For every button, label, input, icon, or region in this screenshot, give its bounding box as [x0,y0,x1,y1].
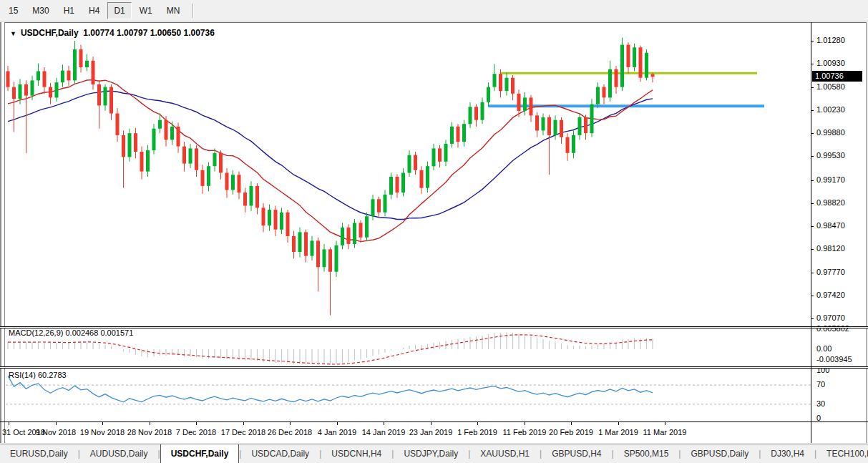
price-tick-label: 0.98120 [816,244,845,253]
timeframe-toolbar: 15M30H1H4D1W1MN [0,0,868,21]
time-tick-label: 7 Dec 2018 [176,428,216,437]
price-tick-label: 0.97770 [816,268,845,276]
time-tick-label: 23 Jan 2019 [409,428,453,437]
timeframe-button-15[interactable]: 15 [2,2,24,19]
chart-tab-usdjpy-daily[interactable]: USDJPY,Daily [394,445,468,463]
price-tick-label: 0.97420 [816,291,845,299]
price-tick-label: 0.97070 [816,313,845,322]
chart-dropdown-icon[interactable]: ▼ [10,30,16,37]
price-tick-label: 1.00580 [816,82,845,91]
chart-title: ▼USDCHF,Daily 1.00774 1.00797 1.00650 1.… [10,28,215,38]
chart-symbol-label: USDCHF,Daily [21,28,79,38]
time-tick [665,422,665,425]
chart-tab-xauusd-h1[interactable]: XAUUSD,H1 [470,445,540,463]
timeframe-button-h4[interactable]: H4 [82,2,106,19]
timeframe-button-mn[interactable]: MN [160,2,187,19]
tab-list: EURUSD,Daily|AUDUSD,Daily|USDCHF,Daily|U… [0,445,868,463]
rsi-axis-label: 30 [816,399,825,408]
time-tick-label: 1 Mar 2019 [598,428,638,437]
chart-window[interactable] [0,22,868,443]
mt4-app: 15M30H1H4D1W1MN ▼USDCHF,Daily 1.00774 1.… [0,0,868,463]
macd-label: MACD(12,26,9) 0.002468 0.001571 [9,328,133,337]
time-tick [9,422,9,425]
time-tick-label: 14 Jan 2019 [362,428,406,437]
time-tick [56,422,57,425]
chart-tab-sp500-m15[interactable]: SP500,M15 [614,445,679,463]
time-tick [290,422,291,425]
price-axis-line [811,22,811,443]
timeframe-button-d1[interactable]: D1 [107,2,131,19]
price-tick-label: 0.98820 [816,198,845,207]
timeframe-button-m30[interactable]: M30 [26,2,55,19]
price-tick-label: 0.99170 [816,175,845,184]
macd-axis-label: 0.005802 [816,324,849,333]
chart-tab-usdcnh-h4[interactable]: USDCNH,H4 [321,445,391,463]
time-tick-label: 11 Mar 2019 [643,428,687,437]
rsi-label: RSI(14) 60.2783 [9,371,67,379]
chart-tab-usdchf-daily[interactable]: USDCHF,Daily [160,444,240,463]
time-tick-label: 19 Nov 2018 [80,428,125,437]
time-tick-label: 28 Nov 2018 [127,428,172,437]
macd-axis-label: 0.00 [816,344,832,353]
chart-tab-audusd-daily[interactable]: AUDUSD,Daily [80,445,158,463]
rsi-axis-label: 70 [816,380,825,389]
time-axis-line [0,421,868,422]
chart-tab-gbpusd-h4[interactable]: GBPUSD,H4 [542,445,611,463]
time-tick [384,422,384,425]
time-tick-label: 4 Jan 2019 [318,428,356,437]
ohlc-low: 1.00650 [150,28,181,38]
time-tick [150,422,150,425]
window-left-border [0,22,5,443]
time-tick-label: 1 Feb 2019 [457,428,497,437]
time-tick [477,422,478,425]
timeframe-button-h1[interactable]: H1 [57,2,81,19]
chart-tab-eurusd-daily[interactable]: EURUSD,Daily [0,445,78,463]
timeframe-buttons: 15M30H1H4D1W1MN [1,2,187,19]
current-price-tag: 1.00736 [812,71,862,82]
ohlc-open: 1.00774 [83,28,114,38]
chart-tab-dj30-h4[interactable]: DJ30,H4 [761,445,814,463]
panel-separator[interactable] [0,366,868,369]
price-tick-label: 1.00930 [816,59,845,67]
time-tick [243,422,244,425]
time-tick [431,422,431,425]
ohlc-high: 1.00797 [117,28,147,38]
time-tick [525,422,525,425]
time-tick [102,422,103,425]
time-tick-label: 11 Feb 2019 [503,428,547,437]
chart-tab-gbpusd-daily[interactable]: GBPUSD,Daily [681,445,759,463]
time-tick [618,422,619,425]
time-tick [571,422,572,425]
ohlc-close: 1.00736 [183,28,214,38]
chart-tab-bar: EURUSD,Daily|AUDUSD,Daily|USDCHF,Daily|U… [0,444,868,463]
time-tick-label: 26 Dec 2018 [268,428,312,437]
timeframe-button-w1[interactable]: W1 [133,2,159,19]
price-tick-label: 1.00230 [816,105,845,114]
price-tick-label: 0.98470 [816,221,845,230]
time-tick-label: 9 Nov 2018 [36,428,76,437]
price-tick-label: 0.99880 [816,128,845,137]
time-tick [337,422,338,425]
chart-tab-tech100-h1[interactable]: TECH100,H1 [816,445,868,463]
price-tick-label: 1.01280 [816,36,845,44]
toolbar-separator [192,4,194,18]
macd-axis-label: -0.003945 [816,355,852,364]
chart-tab-usdcad-daily[interactable]: USDCAD,Daily [241,445,319,463]
time-tick-label: 17 Dec 2018 [221,428,265,437]
time-tick-label: 20 Feb 2019 [549,428,593,437]
price-tick-label: 0.99530 [816,151,845,160]
time-tick [196,422,197,425]
